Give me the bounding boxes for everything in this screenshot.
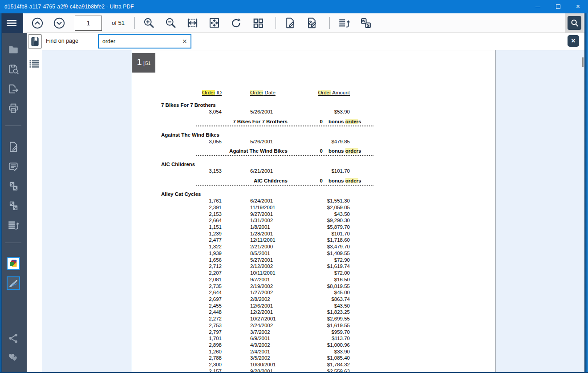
hearts-icon — [8, 352, 19, 364]
order-row: 2,7532/24/2002$1,619.55 — [132, 322, 496, 329]
transfer-pages-button[interactable] — [358, 16, 373, 31]
order-row: 1,6565/27/2001$72.90 — [132, 257, 496, 264]
close-button[interactable]: × — [568, 0, 588, 13]
order-row: 2,44812/2/2001$1,823.25 — [132, 309, 496, 316]
search-match: Order — [202, 90, 215, 95]
group-summary-row: Against The Wind Bikes0bonus orders — [132, 148, 496, 155]
customer-group: Against The Wind Bikes3,0555/26/2001$479… — [132, 132, 496, 156]
order-row: 2,7973/7/2002$959.70 — [132, 329, 496, 336]
extract-pages-button[interactable] — [337, 16, 352, 31]
minimize-button[interactable] — [528, 0, 548, 13]
order-amount-cell: $1,551.30 — [299, 198, 350, 204]
search-icon — [570, 18, 580, 28]
export-doc-icon — [8, 83, 19, 95]
export-document-button[interactable] — [7, 83, 20, 95]
menu-button[interactable] — [0, 13, 23, 33]
order-amount-cell: $1,409.55 — [299, 250, 350, 257]
find-query-text: order — [102, 38, 115, 45]
order-id-cell: 2,448 — [172, 309, 222, 316]
order-id-cell: 1,239 — [172, 231, 222, 237]
document-viewport[interactable]: 1|51 Order IDOrder DateOrder Amount7 Bik… — [42, 50, 584, 373]
text-cursor — [116, 38, 116, 45]
zoom-in-button[interactable] — [142, 16, 157, 31]
split-pages-button[interactable] — [7, 199, 20, 212]
summary-dotted-line — [196, 126, 373, 126]
merge-pages-button[interactable] — [7, 180, 20, 192]
tab-outline[interactable] — [28, 58, 41, 69]
summary-label: bonus orders — [328, 118, 361, 125]
sidebar — [0, 33, 27, 373]
print-button[interactable] — [7, 102, 20, 114]
order-amount-cell: $3,479.70 — [299, 243, 350, 250]
order-amount-cell: $2,059.05 — [299, 204, 350, 211]
order-amount-cell: $101.70 — [299, 231, 350, 237]
order-row: 2,8984/9/2002$1,000.96 — [132, 342, 496, 349]
clear-search-icon[interactable]: × — [182, 37, 187, 45]
fit-width-button[interactable] — [185, 16, 200, 31]
vertical-scrollbar[interactable] — [582, 57, 584, 67]
order-amount-cell: $8,819.55 — [299, 283, 350, 290]
annotate-page-button[interactable] — [283, 16, 298, 31]
order-amount-cell: $72.00 — [299, 270, 350, 276]
rotate-button[interactable] — [229, 16, 244, 31]
page-count-label: of 51 — [112, 20, 125, 26]
order-id-cell: 2,272 — [172, 316, 222, 322]
order-amount-cell: $113.70 — [299, 335, 350, 342]
annotate-page-off-button[interactable] — [304, 16, 320, 31]
page-number-input[interactable] — [75, 16, 102, 31]
order-id-cell: 2,797 — [172, 329, 222, 336]
close-find-bar-button[interactable]: × — [568, 35, 579, 47]
page-pencil-icon — [284, 17, 296, 29]
search-match: Order — [250, 90, 263, 95]
order-row: 1,7016/9/2001$113.70 — [132, 335, 496, 342]
search-match: Order — [318, 90, 331, 95]
customer-group: 7 Bikes For 7 Brothers3,0545/26/2001$53.… — [132, 102, 496, 126]
favorites-button[interactable] — [7, 352, 20, 364]
window-border-left — [0, 13, 2, 373]
app-shortcut-pen-button[interactable] — [7, 276, 20, 290]
list-arrow-icon — [7, 219, 20, 231]
order-id-cell: 3,055 — [172, 138, 222, 145]
customer-name: Alley Cat Cycles — [161, 191, 496, 198]
app-shortcut-color-button[interactable] — [7, 257, 20, 270]
fit-width-icon — [187, 17, 199, 29]
order-id-cell: 1,260 — [172, 349, 222, 355]
order-row: 2,47712/11/2001$1,718.60 — [132, 237, 496, 243]
swap-pages-icon — [360, 17, 372, 29]
next-page-button[interactable] — [52, 16, 67, 31]
share-button[interactable] — [7, 332, 20, 345]
find-input[interactable]: order × — [98, 34, 191, 49]
maximize-button[interactable] — [548, 0, 568, 13]
order-amount-cell: $43.50 — [299, 211, 350, 218]
previous-page-button[interactable] — [30, 16, 45, 31]
pdf-page-content: Order IDOrder DateOrder Amount7 Bikes Fo… — [132, 50, 496, 373]
column-header: Order ID — [172, 89, 222, 96]
outline-list-icon — [28, 59, 40, 69]
summary-customer-name: Against The Wind Bikes — [177, 148, 288, 154]
search-button[interactable] — [568, 16, 581, 30]
open-file-button[interactable] — [7, 43, 20, 56]
edit-document-button[interactable] — [7, 141, 20, 153]
summary-label: bonus orders — [328, 178, 361, 184]
order-row: 1,7616/24/2001$1,551.30 — [132, 198, 496, 204]
order-amount-cell: $16.50 — [299, 276, 350, 283]
order-amount-cell: $1,619.55 — [299, 322, 350, 329]
order-amount-cell: $2,699.55 — [299, 316, 350, 322]
titlebar: d1514fb8-a117-4765-a2f9-c4ba91b8bfe2 - U… — [0, 0, 588, 13]
search-toggle-area — [565, 13, 584, 33]
save-as-button[interactable] — [7, 63, 20, 75]
toolbar-separator — [329, 17, 330, 29]
extract-pages-sidebar-button[interactable] — [7, 219, 20, 231]
page-pencil-off-icon — [306, 17, 318, 29]
zoom-out-button[interactable] — [163, 16, 178, 31]
thumbnails-button[interactable] — [251, 16, 266, 31]
order-id-cell: 3,153 — [172, 168, 222, 174]
edit-note-button[interactable] — [7, 160, 20, 173]
customer-group: AIC Childrens3,1536/21/2001$101.70AIC Ch… — [132, 161, 496, 185]
fit-page-button[interactable] — [207, 16, 222, 31]
order-row: 2,27210/27/2001$2,699.55 — [132, 316, 496, 322]
order-row: 3,1536/21/2001$101.70 — [132, 168, 496, 174]
order-id-cell: 2,153 — [172, 211, 222, 218]
tab-bookmarks[interactable] — [28, 34, 42, 49]
doc-pencil-icon — [8, 141, 19, 153]
